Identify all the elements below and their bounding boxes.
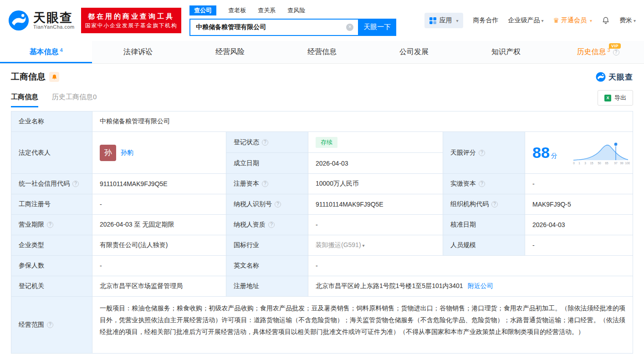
field-label: 纳税人识别号 — [234, 200, 272, 208]
field-value: 2026-04-03 至 无固定期限 — [100, 221, 174, 229]
score-value: 88 — [532, 144, 550, 162]
nav-tab-legal-proceedings[interactable]: 法律诉讼 — [92, 41, 184, 63]
help-icon[interactable]: ? — [262, 181, 268, 187]
export-button[interactable]: X 导出 — [598, 90, 633, 106]
table-row: 营业期限? 2026-04-03 至 无固定期限 纳税人资质? - 核准日期 2… — [11, 215, 633, 235]
main-nav: 基本信息 4 法律诉讼 经营风险 经营信息 公司发展 知识产权 历史信息 3 ?… — [0, 41, 644, 64]
svg-text:99: 99 — [620, 162, 624, 165]
svg-text:3: 3 — [584, 162, 586, 165]
help-icon[interactable]: ? — [613, 49, 619, 56]
legal-rep-avatar[interactable]: 孙 — [100, 145, 116, 161]
help-icon[interactable]: ? — [491, 201, 498, 207]
search-tab-relation[interactable]: 查关系 — [258, 6, 276, 15]
svg-text:97: 97 — [614, 162, 618, 165]
tianyancha-logo-icon — [596, 72, 606, 82]
nav-tab-operating-risk[interactable]: 经营风险 — [184, 41, 276, 63]
company-type-label: 企业类型 — [11, 235, 92, 255]
help-icon[interactable]: ? — [479, 181, 485, 187]
search-type-tabs: 查公司 查老板 查关系 查风险 — [189, 5, 396, 15]
nav-tab-history-info[interactable]: 历史信息 3 ? VIP — [552, 41, 644, 63]
help-icon[interactable]: ? — [262, 139, 268, 146]
nav-tab-business-info[interactable]: 经营信息 — [276, 41, 368, 63]
menu-business-cooperation[interactable]: 商务合作 — [473, 16, 498, 25]
search-tab-company[interactable]: 查公司 — [189, 5, 216, 15]
nav-tab-intellectual-property[interactable]: 知识产权 — [460, 41, 552, 63]
field-label: 登记机关 — [19, 282, 44, 290]
apps-menu-label: 应用 — [439, 16, 452, 25]
table-row: 登记机关 北京市昌平区市场监督管理局 注册地址 北京市昌平区岭上东路1号院1号楼… — [11, 276, 633, 297]
reg-authority-label: 登记机关 — [11, 276, 92, 296]
open-vip-link[interactable]: ♛开通会员▾ — [553, 16, 592, 25]
search-tab-boss[interactable]: 查老板 — [228, 6, 246, 15]
field-value: 北京市昌平区市场监督管理局 — [100, 282, 183, 290]
company-search-input[interactable] — [189, 19, 358, 36]
table-row: 统一社会信用代码? 91110114MAK9FJ9Q5E 注册资本? 10000… — [11, 174, 633, 194]
taxpayer-quality-label: 纳税人资质? — [226, 215, 308, 235]
reg-capital-label: 注册资本? — [226, 174, 308, 194]
grid-icon — [429, 17, 436, 24]
subscribe-bell-icon[interactable] — [49, 72, 59, 82]
field-value: 一般项目：粮油仓储服务；粮食收购；初级农产品收购；食用农产品批发；豆及薯类销售；… — [100, 302, 625, 338]
field-label: 成立日期 — [234, 159, 259, 167]
help-icon[interactable]: ? — [47, 222, 53, 228]
field-label: 纳税人资质 — [234, 221, 266, 229]
clear-search-icon[interactable]: × — [346, 24, 353, 31]
open-vip-label: 开通会员 — [561, 16, 587, 25]
top-header: 天眼查 TianYanCha.com 都在用的商业查询工具 国家中小企业发展子基… — [0, 0, 644, 41]
help-icon[interactable]: ? — [47, 322, 53, 328]
business-scope-label: 经营范围? — [11, 297, 92, 353]
field-value: 有限责任公司(法人独资) — [100, 241, 168, 249]
help-icon[interactable]: ? — [72, 181, 79, 187]
business-term-value: 2026-04-03 至 无固定期限 — [92, 215, 226, 235]
field-label: 核准日期 — [450, 221, 476, 229]
field-label: 注册地址 — [234, 282, 259, 290]
nearby-companies-link[interactable]: 附近公司 — [468, 282, 493, 290]
chevron-down-icon: ▾ — [634, 18, 636, 23]
business-scope-value: 一般项目：粮油仓储服务；粮食收购；初级农产品收购；食用农产品批发；豆及薯类销售；… — [92, 297, 633, 353]
svg-text:65: 65 — [605, 162, 608, 165]
table-row: 工商注册号 - 纳税人识别号? 91110114MAK9FJ9Q5E 组织机构代… — [11, 194, 633, 215]
nav-tab-basic-info[interactable]: 基本信息 4 — [0, 41, 92, 63]
legal-rep-link[interactable]: 孙豹 — [121, 149, 133, 157]
svg-text:15: 15 — [590, 162, 593, 165]
reg-authority-value: 北京市昌平区市场监督管理局 — [92, 276, 226, 296]
tianyancha-logo-icon — [8, 10, 29, 31]
search-button[interactable]: 天眼一下 — [358, 19, 396, 36]
section-brand-name: 天眼查 — [608, 72, 633, 82]
nav-tab-company-development[interactable]: 公司发展 — [368, 41, 460, 63]
brand-name: 天眼查 — [33, 11, 75, 24]
field-label: 工商注册号 — [19, 200, 51, 208]
help-icon[interactable]: ? — [268, 222, 275, 228]
english-name-label: 英文名称 — [226, 256, 308, 276]
notification-bell-icon[interactable] — [602, 16, 610, 25]
field-label: 组织机构代码 — [450, 200, 489, 208]
apps-menu[interactable]: 应用 ▾ — [424, 13, 463, 28]
nav-tab-label: 经营风险 — [215, 47, 245, 57]
field-label: 营业期限 — [19, 221, 44, 229]
user-menu[interactable]: 费米▾ — [619, 16, 636, 25]
english-name-value: - — [308, 256, 633, 276]
company-name-value: 中粮储备粮管理有限公司 — [92, 111, 633, 131]
table-row: 企业名称 中粮储备粮管理有限公司 — [11, 111, 633, 132]
top-right-menu: 应用 ▾ 商务合作 企业级产品▾ ♛开通会员▾ 费米▾ — [424, 13, 636, 28]
chevron-down-icon: ▾ — [541, 18, 543, 23]
menu-enterprise-products[interactable]: 企业级产品▾ — [508, 16, 543, 25]
field-value: - — [532, 180, 535, 187]
help-icon[interactable]: ? — [479, 150, 485, 156]
field-label: 登记状态 — [234, 138, 259, 147]
org-code-value: MAK9FJ9Q-5 — [525, 194, 633, 214]
svg-text:100: 100 — [625, 162, 630, 165]
help-icon[interactable]: ? — [275, 201, 281, 207]
subtab-history-business-info[interactable]: 历史工商信息0 — [52, 93, 97, 107]
tianyancha-logo[interactable]: 天眼查 TianYanCha.com — [8, 10, 75, 31]
table-subrow: 成立日期 2026-04-03 — [226, 153, 443, 173]
subtab-business-info[interactable]: 工商信息 — [11, 93, 38, 107]
industry-expand-icon[interactable]: ▾ — [363, 243, 365, 248]
field-value: 2026-04-03 — [316, 160, 348, 167]
promo-banner: 都在用的商业查询工具 国家中小企业发展子基金旗下机构 — [81, 8, 182, 33]
score-number: 88 分 — [532, 144, 557, 162]
nav-tab-label: 公司发展 — [399, 47, 429, 57]
search-tab-risk[interactable]: 查风险 — [287, 6, 305, 15]
paid-capital-value: - — [525, 174, 633, 194]
nav-tab-label: 经营信息 — [307, 47, 337, 57]
